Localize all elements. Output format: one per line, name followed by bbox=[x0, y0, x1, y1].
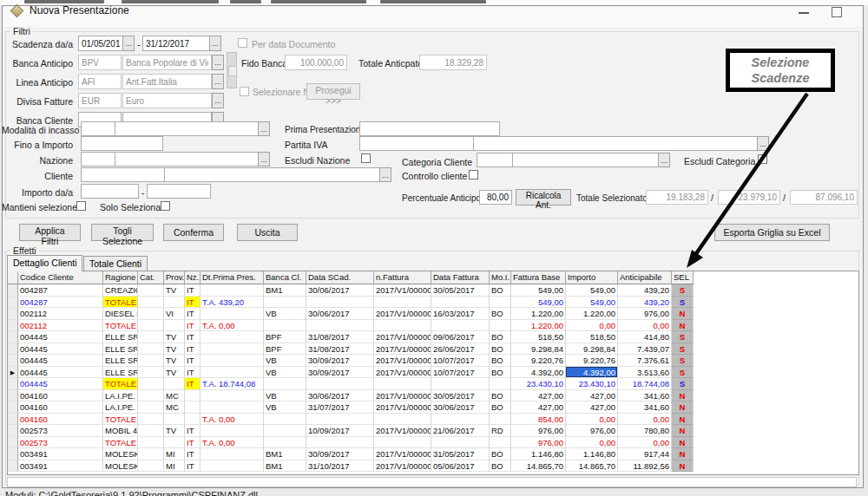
cell[interactable]: 2017/V1/000000 bbox=[374, 308, 431, 320]
cell[interactable]: T.A. 439,20 bbox=[201, 297, 264, 309]
cell[interactable]: 14.865,70 bbox=[566, 460, 618, 473]
column-header-fattura-base[interactable]: Fattura Base bbox=[511, 271, 566, 284]
row-selector[interactable] bbox=[8, 331, 18, 343]
cell[interactable]: 002573 bbox=[18, 425, 103, 437]
cell[interactable]: IT bbox=[185, 378, 201, 390]
cell[interactable] bbox=[138, 378, 164, 390]
cell[interactable]: 1.220,00 bbox=[566, 308, 618, 320]
cell[interactable]: S bbox=[672, 331, 694, 343]
cell[interactable]: VB bbox=[264, 367, 306, 379]
cell[interactable]: 31/08/2017 bbox=[306, 343, 374, 356]
row-selector[interactable] bbox=[8, 390, 18, 402]
column-header-n-fattura[interactable]: n.Fattura bbox=[374, 271, 431, 284]
maximize-icon[interactable] bbox=[832, 7, 842, 17]
cell[interactable]: CREAZION bbox=[103, 284, 138, 297]
cell[interactable]: BO bbox=[490, 460, 511, 473]
cell[interactable]: 7.439,07 bbox=[618, 343, 672, 356]
cell[interactable]: 31/05/2017 bbox=[431, 448, 490, 460]
cell[interactable]: BO bbox=[490, 308, 511, 320]
cell[interactable]: N bbox=[672, 308, 694, 320]
escludi-categoria-checkbox[interactable] bbox=[758, 154, 767, 164]
cell[interactable]: IT bbox=[185, 425, 201, 437]
applica-filtri-button[interactable]: Applica Filtri bbox=[19, 224, 81, 241]
cell[interactable]: BO bbox=[490, 401, 511, 414]
cell[interactable]: 31/10/2017 bbox=[306, 460, 374, 473]
divisa-code-input[interactable] bbox=[78, 93, 122, 108]
table-row[interactable]: 002112TOTALE CITT.A. 0,001.220,000,000,0… bbox=[8, 320, 858, 332]
cell[interactable]: 439,20 bbox=[618, 284, 672, 297]
cell[interactable] bbox=[185, 414, 201, 426]
totale-anticipato-input[interactable] bbox=[419, 55, 487, 70]
cell[interactable] bbox=[138, 401, 164, 414]
cell[interactable] bbox=[185, 390, 201, 402]
cell[interactable]: 09/06/2017 bbox=[431, 331, 490, 343]
categoria-desc-input[interactable] bbox=[512, 153, 659, 167]
cell[interactable]: 2017/V1/000001 bbox=[374, 343, 431, 356]
cell[interactable]: 427,00 bbox=[511, 390, 566, 402]
cell[interactable] bbox=[264, 297, 306, 309]
togli-selezione-button[interactable]: Togli Selezione bbox=[91, 224, 154, 241]
table-row[interactable]: ▶004445ELLE SRLTVITVB30/09/20172017/V1/0… bbox=[8, 367, 858, 379]
fino-a-importo-input[interactable] bbox=[81, 136, 163, 151]
cell[interactable]: 002112 bbox=[18, 308, 103, 320]
cell[interactable] bbox=[138, 343, 164, 356]
cell[interactable] bbox=[264, 320, 306, 332]
row-selector[interactable] bbox=[8, 460, 18, 473]
column-header-importo[interactable]: Importo bbox=[566, 271, 618, 284]
row-selector[interactable] bbox=[8, 401, 18, 414]
table-row[interactable]: 004445ELLE SRLTVITVB30/09/20172017/V1/00… bbox=[8, 355, 858, 367]
cell[interactable]: BO bbox=[490, 367, 511, 379]
cell[interactable] bbox=[431, 320, 490, 332]
banca-anticipo-code-input[interactable] bbox=[78, 55, 122, 70]
tab-totale-clienti[interactable]: Totale Clienti bbox=[83, 256, 148, 271]
cell[interactable]: 0,00 bbox=[566, 437, 618, 449]
cell[interactable]: N bbox=[672, 437, 694, 449]
cell[interactable]: MI bbox=[164, 460, 185, 473]
solo-selezionati-checkbox[interactable] bbox=[161, 201, 170, 211]
cell[interactable]: TOTALE C bbox=[103, 378, 138, 390]
cell[interactable] bbox=[201, 284, 264, 297]
cell[interactable]: VB bbox=[264, 401, 306, 414]
cell[interactable]: 917,44 bbox=[618, 448, 672, 460]
cell[interactable]: VI bbox=[164, 308, 185, 320]
cell[interactable]: BPF bbox=[264, 343, 306, 356]
cell[interactable]: 854,00 bbox=[511, 414, 566, 426]
escludi-nazione-checkbox[interactable] bbox=[361, 153, 371, 163]
cell[interactable]: 4.392,00 bbox=[511, 367, 566, 379]
cell[interactable]: 549,00 bbox=[511, 284, 566, 297]
cell[interactable]: 780,80 bbox=[618, 425, 672, 437]
cell[interactable]: S bbox=[672, 297, 694, 309]
cell[interactable] bbox=[490, 297, 511, 309]
cell[interactable]: IT bbox=[185, 343, 201, 356]
cell[interactable]: 2017/V1/000001 bbox=[374, 331, 431, 343]
cell[interactable]: 1.146,80 bbox=[511, 448, 566, 460]
cell[interactable]: 976,00 bbox=[566, 425, 618, 437]
cell[interactable]: MOLESKIN bbox=[103, 460, 138, 473]
column-header-data-fattura[interactable]: Data Fattura bbox=[431, 271, 490, 284]
table-row[interactable]: 004160LA.I.PE. SFMCVB31/07/20172017/V1/0… bbox=[8, 401, 858, 414]
cell[interactable] bbox=[201, 355, 264, 367]
scadenza-to-input[interactable] bbox=[142, 36, 210, 51]
cell[interactable]: 10/09/2017 bbox=[306, 425, 374, 437]
cell[interactable]: ELLE SRL bbox=[103, 331, 138, 343]
scadenza-to-browse-button[interactable]: ... bbox=[209, 36, 221, 51]
cell[interactable] bbox=[138, 284, 164, 297]
cell[interactable]: N bbox=[672, 401, 694, 414]
cell[interactable]: 004160 bbox=[18, 414, 103, 426]
cell[interactable]: DIESEL S.I bbox=[103, 308, 138, 320]
cell[interactable]: 004160 bbox=[18, 401, 103, 414]
cell[interactable] bbox=[374, 297, 431, 309]
modalita-browse-button[interactable]: ... bbox=[258, 121, 270, 136]
table-row[interactable]: 004445TOTALE CITT.A. 18.744,0823.430,102… bbox=[8, 378, 858, 390]
cell[interactable]: T.A. 18.744,08 bbox=[201, 378, 264, 390]
cell[interactable]: IT bbox=[185, 367, 201, 379]
cell[interactable]: 004287 bbox=[18, 284, 103, 297]
cell[interactable]: 11.892,56 bbox=[618, 460, 672, 473]
cell[interactable] bbox=[306, 320, 374, 332]
cell[interactable]: N bbox=[672, 390, 694, 402]
cell[interactable]: 2017/V1/000002 bbox=[374, 401, 431, 414]
cell[interactable]: 30/06/2017 bbox=[431, 401, 490, 414]
linea-anticipo-desc-input[interactable] bbox=[122, 74, 212, 89]
mantieni-selezione-checkbox[interactable] bbox=[76, 201, 86, 211]
cell[interactable]: 427,00 bbox=[566, 401, 618, 414]
